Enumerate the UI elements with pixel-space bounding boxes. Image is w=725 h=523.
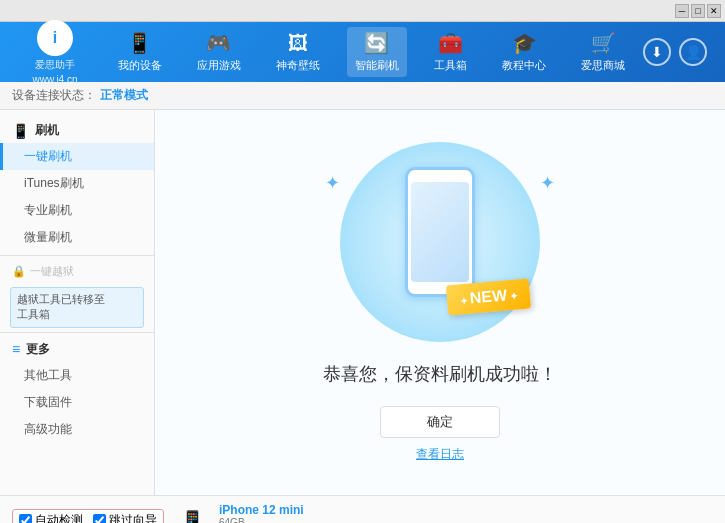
nav-tutorials-label: 教程中心 — [502, 58, 546, 73]
nav-right-buttons: ⬇ 👤 — [643, 38, 715, 66]
logo-app-name: 爱思助手 — [35, 58, 75, 72]
sidebar-item-other-tools[interactable]: 其他工具 — [0, 362, 154, 389]
nav-my-device[interactable]: 📱 我的设备 — [110, 27, 170, 77]
wallpaper-icon: 🖼 — [288, 32, 308, 55]
nav-store[interactable]: 🛒 爱思商城 — [573, 27, 633, 77]
sidebar-item-wipe-flash[interactable]: 微量刷机 — [0, 224, 154, 251]
flash-section-icon: 📱 — [12, 123, 29, 139]
logo-area: i 爱思助手 www.i4.cn — [10, 20, 100, 85]
signal-right-icon: ✦ — [540, 172, 555, 194]
jailbreak-note: 越狱工具已转移至工具箱 — [10, 287, 144, 328]
sidebar: 📱 刷机 一键刷机 iTunes刷机 专业刷机 微量刷机 🔒 一键越狱 越狱工具… — [0, 110, 155, 495]
maximize-button[interactable]: □ — [691, 4, 705, 18]
phone-device — [405, 167, 475, 297]
smart-flash-icon: 🔄 — [364, 31, 389, 55]
nav-app-games[interactable]: 🎮 应用游戏 — [189, 27, 249, 77]
nav-wallpaper[interactable]: 🖼 神奇壁纸 — [268, 28, 328, 77]
flash-section-title: 刷机 — [35, 122, 59, 139]
nav-tutorials[interactable]: 🎓 教程中心 — [494, 27, 554, 77]
device-icon: 📱 — [180, 509, 205, 524]
logo-icon: i — [37, 20, 73, 56]
auto-detect-input[interactable] — [19, 514, 32, 523]
device-storage: 64GB — [219, 517, 304, 524]
status-value: 正常模式 — [100, 87, 148, 104]
tutorials-icon: 🎓 — [512, 31, 537, 55]
nav-store-label: 爱思商城 — [581, 58, 625, 73]
via-wizard-input[interactable] — [93, 514, 106, 523]
my-device-icon: 📱 — [127, 31, 152, 55]
signal-left-icon: ✦ — [325, 172, 340, 194]
app-games-icon: 🎮 — [206, 31, 231, 55]
view-log-link[interactable]: 查看日志 — [416, 446, 464, 463]
new-badge: NEW — [446, 278, 531, 315]
device-name: iPhone 12 mini — [219, 503, 304, 517]
nav-items: 📱 我的设备 🎮 应用游戏 🖼 神奇壁纸 🔄 智能刷机 🧰 工具箱 🎓 教程中心… — [100, 27, 643, 77]
close-button[interactable]: ✕ — [707, 4, 721, 18]
toolbox-icon: 🧰 — [438, 31, 463, 55]
logo-website: www.i4.cn — [32, 74, 77, 85]
nav-smart-flash-label: 智能刷机 — [355, 58, 399, 73]
status-label: 设备连接状态： — [12, 87, 96, 104]
success-text: 恭喜您，保资料刷机成功啦！ — [323, 362, 557, 386]
jailbreak-section-title: 一键越狱 — [30, 264, 74, 279]
title-bar: ─ □ ✕ — [0, 0, 725, 22]
sidebar-item-advanced[interactable]: 高级功能 — [0, 416, 154, 443]
main-layout: 📱 刷机 一键刷机 iTunes刷机 专业刷机 微量刷机 🔒 一键越狱 越狱工具… — [0, 110, 725, 495]
phone-illustration: ✦ ✦ NEW — [340, 142, 540, 342]
sidebar-item-pro-flash[interactable]: 专业刷机 — [0, 197, 154, 224]
sidebar-item-itunes-flash[interactable]: iTunes刷机 — [0, 170, 154, 197]
nav-toolbox[interactable]: 🧰 工具箱 — [426, 27, 475, 77]
sidebar-divider-1 — [0, 255, 154, 256]
lock-icon: 🔒 — [12, 265, 26, 278]
nav-app-games-label: 应用游戏 — [197, 58, 241, 73]
sidebar-jailbreak-section: 🔒 一键越狱 — [0, 260, 154, 283]
nav-toolbox-label: 工具箱 — [434, 58, 467, 73]
device-info: iPhone 12 mini 64GB Down-12mini-13.1 — [219, 503, 304, 524]
confirm-button[interactable]: 确定 — [380, 406, 500, 438]
more-section-title: 更多 — [26, 341, 50, 358]
via-wizard-checkbox[interactable]: 跳过向导 — [93, 512, 157, 523]
minimize-button[interactable]: ─ — [675, 4, 689, 18]
user-button[interactable]: 👤 — [679, 38, 707, 66]
top-nav: i 爱思助手 www.i4.cn 📱 我的设备 🎮 应用游戏 🖼 神奇壁纸 🔄 … — [0, 22, 725, 82]
auto-detect-checkbox[interactable]: 自动检测 — [19, 512, 83, 523]
sidebar-divider-2 — [0, 332, 154, 333]
auto-detect-label: 自动检测 — [35, 512, 83, 523]
window-controls[interactable]: ─ □ ✕ — [675, 4, 721, 18]
status-bar: 设备连接状态： 正常模式 — [0, 82, 725, 110]
checkbox-group: 自动检测 跳过向导 — [12, 509, 164, 523]
nav-smart-flash[interactable]: 🔄 智能刷机 — [347, 27, 407, 77]
via-wizard-label: 跳过向导 — [109, 512, 157, 523]
nav-my-device-label: 我的设备 — [118, 58, 162, 73]
download-button[interactable]: ⬇ — [643, 38, 671, 66]
bottom-device-row: 自动检测 跳过向导 📱 iPhone 12 mini 64GB Down-12m… — [0, 495, 725, 523]
store-icon: 🛒 — [591, 31, 616, 55]
sidebar-more-section: ≡ 更多 — [0, 337, 154, 362]
content-area: ✦ ✦ NEW 恭喜您，保资料刷机成功啦！ 确定 查看日志 — [155, 110, 725, 495]
phone-screen — [411, 182, 469, 282]
more-section-icon: ≡ — [12, 341, 20, 357]
sidebar-flash-section: 📱 刷机 — [0, 118, 154, 143]
sidebar-item-download-fw[interactable]: 下载固件 — [0, 389, 154, 416]
nav-wallpaper-label: 神奇壁纸 — [276, 58, 320, 73]
sidebar-item-one-click-flash[interactable]: 一键刷机 — [0, 143, 154, 170]
